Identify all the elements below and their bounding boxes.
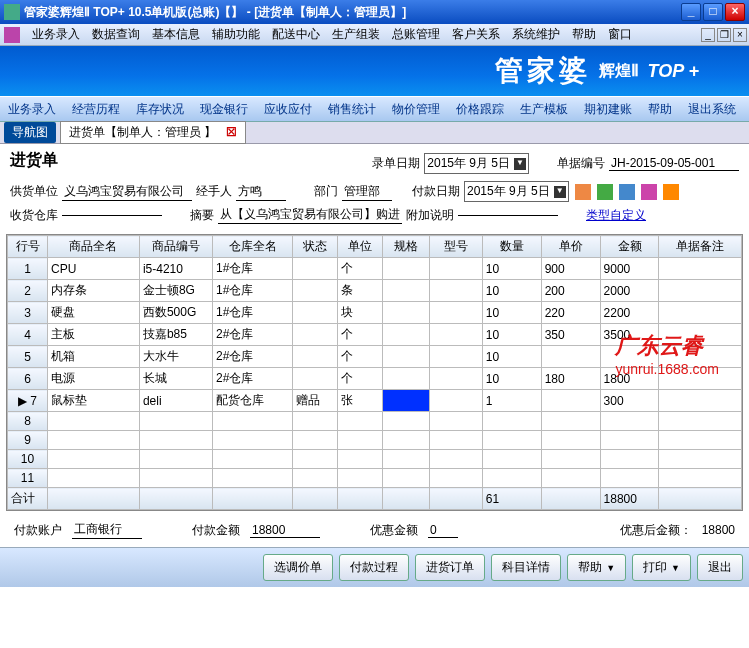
cell[interactable] [48,469,140,488]
cell[interactable]: 长城 [139,368,212,390]
cell[interactable] [600,450,659,469]
cell[interactable] [212,431,292,450]
cell[interactable] [139,450,212,469]
cell[interactable]: 1 [482,390,541,412]
cell[interactable]: 大水牛 [139,346,212,368]
cell[interactable]: 块 [337,302,382,324]
btn-subject-detail[interactable]: 科目详情 [491,554,561,581]
btn-select-price[interactable]: 选调价单 [263,554,333,581]
cell[interactable] [600,469,659,488]
mdi-minimize[interactable]: _ [701,28,715,42]
cell[interactable]: 220 [541,302,600,324]
maximize-button[interactable]: □ [703,3,723,21]
cell[interactable] [659,431,742,450]
menu-basic[interactable]: 基本信息 [146,23,206,46]
cell[interactable]: 鼠标垫 [48,390,140,412]
cell[interactable]: 200 [541,280,600,302]
cell[interactable]: 个 [337,346,382,368]
cell[interactable] [659,280,742,302]
col-header[interactable]: 型号 [429,236,482,258]
cell[interactable] [48,431,140,450]
cell[interactable] [382,324,429,346]
col-header[interactable]: 单价 [541,236,600,258]
cell[interactable] [382,258,429,280]
cell[interactable]: CPU [48,258,140,280]
cell[interactable] [293,302,338,324]
toolbar-icon-2[interactable] [597,184,613,200]
cell[interactable] [293,450,338,469]
cell[interactable] [541,431,600,450]
tb-track[interactable]: 价格跟踪 [448,97,512,122]
btn-help[interactable]: 帮助▼ [567,554,626,581]
col-header[interactable]: 状态 [293,236,338,258]
pay-acct-value[interactable]: 工商银行 [72,521,142,539]
col-header[interactable]: 数量 [482,236,541,258]
cell[interactable] [600,412,659,431]
cell[interactable] [429,346,482,368]
cell[interactable] [541,346,600,368]
cell[interactable] [293,368,338,390]
cell[interactable] [659,324,742,346]
cell[interactable] [212,469,292,488]
cell[interactable]: 900 [541,258,600,280]
cell[interactable]: 9000 [600,258,659,280]
cell[interactable] [139,412,212,431]
disc-value[interactable]: 0 [428,523,458,538]
cell[interactable]: 技嘉b85 [139,324,212,346]
dropdown-icon[interactable]: ▼ [514,158,526,170]
cell[interactable]: 2#仓库 [212,346,292,368]
cell[interactable] [429,431,482,450]
cell[interactable] [429,469,482,488]
supplier-value[interactable]: 义乌鸿宝贸易有限公司 [62,183,192,201]
cell[interactable] [293,412,338,431]
cell[interactable]: 10 [482,324,541,346]
cell[interactable] [482,431,541,450]
type-custom-link[interactable]: 类型自定义 [586,207,646,224]
cell[interactable]: 1#仓库 [212,280,292,302]
col-header[interactable]: 行号 [8,236,48,258]
cell[interactable]: 个 [337,258,382,280]
btn-exit[interactable]: 退出 [697,554,743,581]
cell[interactable] [659,450,742,469]
cell[interactable]: 主板 [48,324,140,346]
record-date-input[interactable]: 2015年 9月 5日 ▼ [424,153,529,174]
cell[interactable] [659,368,742,390]
btn-pay-process[interactable]: 付款过程 [339,554,409,581]
cell[interactable] [48,450,140,469]
table-row[interactable]: 8 [8,412,742,431]
tab-close-icon[interactable]: ☒ [226,125,237,139]
menu-ledger[interactable]: 总账管理 [386,23,446,46]
dept-value[interactable]: 管理部 [342,183,392,201]
col-header[interactable]: 商品编号 [139,236,212,258]
tb-help[interactable]: 帮助 [640,97,680,122]
cell[interactable]: 1#仓库 [212,302,292,324]
cell[interactable] [429,258,482,280]
cell[interactable] [293,431,338,450]
cell[interactable]: 2#仓库 [212,368,292,390]
cell[interactable] [541,390,600,412]
tb-sales[interactable]: 销售统计 [320,97,384,122]
toolbar-icon-1[interactable] [575,184,591,200]
cell[interactable]: i5-4210 [139,258,212,280]
minimize-button[interactable]: _ [681,3,701,21]
cell[interactable] [429,324,482,346]
cell[interactable]: 10 [482,302,541,324]
menu-help[interactable]: 帮助 [566,23,602,46]
grid[interactable]: 行号商品全名商品编号仓库全名状态单位规格型号数量单价金额单据备注1CPUi5-4… [6,234,743,511]
btn-purchase-order[interactable]: 进货订单 [415,554,485,581]
cell[interactable] [293,258,338,280]
cell[interactable] [429,280,482,302]
cell[interactable]: 个 [337,368,382,390]
tb-stock[interactable]: 库存状况 [128,97,192,122]
toolbar-icon-3[interactable] [619,184,635,200]
table-row[interactable]: 6电源长城2#仓库个101801800 [8,368,742,390]
selected-cell[interactable] [382,390,429,412]
doc-no-value[interactable]: JH-2015-09-05-001 [609,156,739,171]
cell[interactable] [382,280,429,302]
table-row[interactable]: 1CPUi5-42101#仓库个109009000 [8,258,742,280]
table-row[interactable]: 5机箱大水牛2#仓库个10 [8,346,742,368]
tb-history[interactable]: 经营历程 [64,97,128,122]
cell[interactable] [382,431,429,450]
cell[interactable] [48,412,140,431]
cell[interactable]: 3500 [600,324,659,346]
